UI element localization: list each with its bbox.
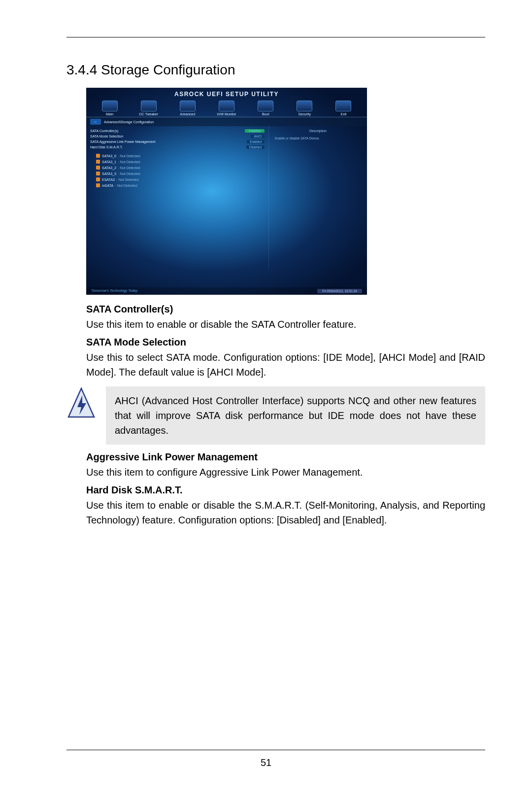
- bios-option-row: SATA Controller(s)Enabled: [90, 128, 265, 134]
- item-body: Use this item to enable or disable the S…: [86, 317, 485, 332]
- item-title: SATA Mode Selection: [86, 337, 485, 348]
- section-heading: 3.4.4 Storage Configuration: [66, 62, 485, 78]
- item-title: Hard Disk S.M.A.R.T.: [86, 485, 485, 496]
- doc-item: Aggressive Link Power Management Use thi…: [86, 451, 485, 480]
- bios-drive-row: ESATA3: Not Detected: [90, 176, 265, 182]
- lightning-triangle-icon: [66, 386, 96, 421]
- section-number: 3.4.4: [66, 62, 97, 77]
- tab-oc: OC Tweaker: [132, 101, 166, 116]
- section-title-text: Storage Configuration: [101, 62, 235, 77]
- bios-footer: Tomorrow's Technology Today Fri 05/04/20…: [86, 287, 367, 295]
- doc-item: Hard Disk S.M.A.R.T. Use this item to en…: [86, 485, 485, 527]
- drive-icon: [96, 177, 100, 181]
- bios-screenshot: ASROCK UEFI SETUP UTILITY Main OC Tweake…: [86, 88, 367, 295]
- bios-option-row: Hard Disk S.M.A.R.T.Disabled: [90, 144, 265, 150]
- tab-advanced: Advanced: [170, 101, 205, 116]
- bios-drive-row: SATA3_0: Not Detected: [90, 153, 265, 159]
- bios-drive-row: SATA3_1: Not Detected: [90, 159, 265, 165]
- item-title: SATA Controller(s): [86, 304, 485, 315]
- page-number: 51: [47, 757, 485, 768]
- note-callout: AHCI (Advanced Host Controller Interface…: [66, 386, 485, 445]
- tab-hwmon: H/W Monitor: [209, 101, 244, 116]
- bottom-divider: [66, 750, 485, 750]
- bios-desc-title: Description: [273, 128, 363, 137]
- item-body: Use this item to configure Aggressive Li…: [86, 465, 485, 480]
- tab-security: Security: [287, 101, 322, 116]
- top-divider: [66, 37, 485, 37]
- bios-drive-row: SATA3_3: Not Detected: [90, 171, 265, 176]
- drive-icon: [96, 160, 100, 164]
- bios-desc-text: Enable or disable SATA Device.: [273, 137, 363, 140]
- bios-menu: Main OC Tweaker Advanced H/W Monitor Boo…: [86, 98, 367, 117]
- back-arrow-icon: ←: [90, 119, 101, 125]
- doc-item: SATA Mode Selection Use this to select S…: [86, 337, 485, 380]
- bios-tagline: Tomorrow's Technology Today: [91, 289, 137, 293]
- drive-icon: [96, 166, 100, 170]
- doc-item: SATA Controller(s) Use this item to enab…: [86, 304, 485, 332]
- bios-breadcrumb: ← Advanced\Storage Configuration: [86, 117, 367, 126]
- tab-main: Main: [93, 101, 127, 116]
- bios-options-panel: SATA Controller(s)Enabled SATA Mode Sele…: [86, 126, 268, 269]
- item-body: Use this item to enable or disable the S…: [86, 498, 485, 527]
- bios-title: ASROCK UEFI SETUP UTILITY: [86, 88, 367, 98]
- tab-boot: Boot: [248, 101, 283, 116]
- bios-description-panel: Description Enable or disable SATA Devic…: [268, 126, 367, 269]
- note-text: AHCI (Advanced Host Controller Interface…: [106, 386, 485, 445]
- item-body: Use this to select SATA mode. Configurat…: [86, 350, 485, 380]
- bios-drive-row: mSATA: Not Detected: [90, 182, 265, 188]
- tab-exit: Exit: [326, 101, 361, 116]
- drive-icon: [96, 183, 100, 187]
- bios-datetime: Fri 05/04/2012, 23:51:24: [317, 289, 362, 293]
- bios-option-row: SATA Mode SelectionAHCI: [90, 134, 265, 139]
- bios-option-row: SATA Aggressive Link Power ManagementEna…: [90, 139, 265, 144]
- drive-icon: [96, 154, 100, 158]
- item-title: Aggressive Link Power Management: [86, 451, 485, 463]
- drive-icon: [96, 172, 100, 175]
- bios-drive-row: SATA3_2: Not Detected: [90, 165, 265, 171]
